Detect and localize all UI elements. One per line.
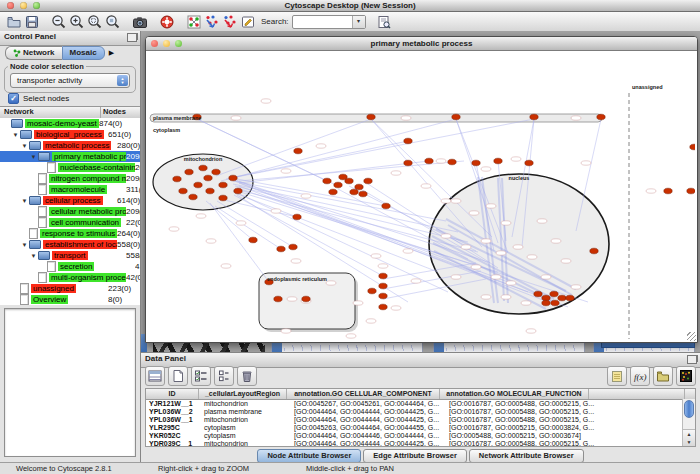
formula-builder-button[interactable]: f(x) bbox=[630, 366, 650, 386]
network-tab-icon bbox=[13, 49, 21, 57]
tree-row[interactable]: ▼cellular process614(0) bbox=[0, 195, 140, 206]
expand-arrow-icon[interactable]: ▼ bbox=[20, 143, 29, 149]
column-header[interactable] bbox=[589, 389, 685, 399]
scrollbar-thumb[interactable] bbox=[684, 400, 694, 418]
minimize-icon[interactable] bbox=[163, 40, 170, 47]
float-panel-icon[interactable] bbox=[127, 33, 137, 42]
tree-row[interactable]: nitrogen compound met209(0) bbox=[0, 173, 140, 184]
tree-row-node-count: 311(0) bbox=[126, 185, 140, 194]
tree-row-label: multi-organism proces bbox=[49, 273, 126, 282]
node-color-dropdown[interactable]: transporter activity ▲▼ bbox=[10, 73, 130, 88]
table-row[interactable]: YKR052Ccytoplasm[GO:0044464, GO:0044446,… bbox=[146, 432, 695, 440]
select-all-table-button[interactable] bbox=[145, 366, 165, 386]
expand-arrow-icon[interactable]: ▼ bbox=[11, 132, 20, 138]
zoom-out-button[interactable] bbox=[50, 13, 68, 30]
search-options-button[interactable] bbox=[375, 13, 393, 30]
close-button[interactable] bbox=[7, 2, 14, 9]
tree-header-network[interactable]: Network bbox=[0, 107, 101, 118]
column-header[interactable]: annotation.GO MOLECULAR_FUNCTION bbox=[440, 389, 589, 399]
table-row[interactable]: YLR295Ccytoplasm[GO:0045263, GO:0044464,… bbox=[146, 424, 695, 432]
tree-row[interactable]: cell communication22(0) bbox=[0, 217, 140, 228]
import-network-db-button[interactable] bbox=[221, 13, 239, 30]
table-row[interactable]: YPL036W__1mitochondrion[GO:0044464, GO:0… bbox=[146, 416, 695, 424]
import-network-file-button[interactable] bbox=[203, 13, 221, 30]
tab-overflow-arrow[interactable]: ▶ bbox=[109, 49, 114, 57]
select-nodes-label: Select nodes bbox=[23, 94, 69, 103]
tree-row[interactable]: ▼metabolic process280(0) bbox=[0, 140, 140, 151]
search-dropdown-button[interactable]: ▾ bbox=[352, 16, 365, 28]
maximize-icon[interactable] bbox=[175, 40, 182, 47]
scrollbar-arrows[interactable]: ▲▼ bbox=[683, 429, 695, 446]
tab-network-attribute-browser[interactable]: Network Attribute Browser bbox=[469, 449, 584, 463]
column-header[interactable]: ID bbox=[146, 389, 199, 399]
tree-row[interactable]: ▼biological_process651(0) bbox=[0, 129, 140, 140]
tab-network-label: Network bbox=[23, 48, 55, 57]
tab-edge-attribute-browser[interactable]: Edge Attribute Browser bbox=[363, 449, 466, 463]
table-cell: [GO:0044464, GO:0044444, GO:0044425, G..… bbox=[291, 408, 446, 416]
table-row[interactable]: YPL036W__2plasma membrane[GO:0044464, GO… bbox=[146, 408, 695, 416]
open-session-button[interactable] bbox=[5, 13, 23, 30]
column-header[interactable]: _cellularLayoutRegion bbox=[199, 389, 287, 399]
tree-row[interactable]: ▼primary metabolic process209(... bbox=[0, 151, 140, 162]
tree-row-node-count: 223(0) bbox=[108, 284, 140, 293]
tab-node-attribute-browser[interactable]: Node Attribute Browser bbox=[257, 449, 361, 463]
select-attributes-button[interactable] bbox=[191, 366, 211, 386]
tree-row[interactable]: cellular metabolic proc209(0) bbox=[0, 206, 140, 217]
tree-row[interactable]: multi-organism proces42(0) bbox=[0, 272, 140, 283]
svg-text:plasma membrane: plasma membrane bbox=[153, 115, 201, 121]
network-window-titlebar[interactable]: primary metabolic process bbox=[146, 37, 697, 51]
tab-network[interactable]: Network bbox=[5, 46, 62, 60]
expand-arrow-icon[interactable]: ▼ bbox=[29, 154, 38, 160]
table-cell: [GO:0045263, GO:0044464, GO:0044455, G..… bbox=[291, 424, 446, 432]
tree-row[interactable]: macromolecule311(0) bbox=[0, 184, 140, 195]
maximize-button[interactable] bbox=[33, 2, 40, 9]
tree-row-label: transport bbox=[52, 251, 88, 260]
minimize-button[interactable] bbox=[20, 2, 27, 9]
tree-row[interactable]: mosaic-demo-yeast874(0) bbox=[0, 118, 140, 129]
table-row[interactable]: YDR039C__1mitochondrion[GO:0044464, GO:0… bbox=[146, 440, 695, 447]
tree-row[interactable]: response to stimulus264(0) bbox=[0, 228, 140, 239]
zoom-fit-button[interactable] bbox=[104, 13, 122, 30]
window-resize-grip[interactable] bbox=[687, 332, 696, 341]
tree-row[interactable]: ▼transport558(0) bbox=[0, 250, 140, 261]
tab-mosaic[interactable]: Mosaic bbox=[62, 46, 105, 60]
attribute-table[interactable]: ID_cellularLayoutRegionannotation.GO CEL… bbox=[145, 388, 696, 447]
column-header[interactable]: annotation.GO CELLULAR_COMPONENT bbox=[287, 389, 440, 399]
table-scrollbar[interactable]: ▲▼ bbox=[682, 399, 695, 446]
network-overview-button[interactable] bbox=[185, 13, 203, 30]
select-nodes-checkbox[interactable]: ✓ bbox=[8, 93, 19, 104]
vizmapper-button[interactable] bbox=[239, 13, 257, 30]
attribute-matrix-button[interactable] bbox=[676, 366, 696, 386]
birdseye-view[interactable] bbox=[4, 308, 136, 457]
import-attributes-button[interactable] bbox=[653, 366, 673, 386]
table-cell: YJR121W__1 bbox=[146, 400, 201, 408]
attribute-notes-button[interactable] bbox=[607, 366, 627, 386]
network-canvas[interactable]: plasma membranecytoplasmmitochondrionnuc… bbox=[146, 51, 697, 342]
zoom-selected-button[interactable] bbox=[86, 13, 104, 30]
window-titlebar[interactable]: Cytoscape Desktop (New Session) bbox=[0, 0, 700, 12]
tree-row[interactable]: ▼establishment of locali558(0) bbox=[0, 239, 140, 250]
tree-header-nodes[interactable]: Nodes bbox=[101, 107, 140, 118]
expand-arrow-icon[interactable]: ▼ bbox=[29, 253, 38, 259]
expand-arrow-icon[interactable]: ▼ bbox=[20, 198, 29, 204]
expand-arrow-icon[interactable]: ▼ bbox=[20, 242, 29, 248]
tree-row[interactable]: nucleobase-containing209(0) bbox=[0, 162, 140, 173]
snapshot-camera-button[interactable] bbox=[131, 13, 149, 30]
close-icon[interactable] bbox=[151, 40, 158, 47]
float-panel-icon[interactable] bbox=[687, 355, 697, 364]
zoom-in-button[interactable] bbox=[68, 13, 86, 30]
main-toolbar: Search: ▾ bbox=[0, 12, 700, 32]
unselect-attributes-button[interactable] bbox=[214, 366, 234, 386]
help-lifering-button[interactable] bbox=[158, 13, 176, 30]
delete-attribute-trash-button[interactable] bbox=[237, 366, 257, 386]
tree-row[interactable]: Overview8(0) bbox=[0, 294, 140, 305]
svg-text:unassigned: unassigned bbox=[632, 84, 663, 90]
clear-table-button[interactable] bbox=[168, 366, 188, 386]
file-icon bbox=[29, 228, 38, 239]
network-view-window[interactable]: primary metabolic process plasma membran… bbox=[145, 36, 698, 343]
search-input[interactable] bbox=[293, 16, 353, 26]
tree-row[interactable]: secretion41(0) bbox=[0, 261, 140, 272]
save-session-button[interactable] bbox=[23, 13, 41, 30]
table-row[interactable]: YJR121W__1mitochondrion[GO:0045267, GO:0… bbox=[146, 400, 695, 408]
tree-row[interactable]: unassigned223(0) bbox=[0, 283, 140, 294]
